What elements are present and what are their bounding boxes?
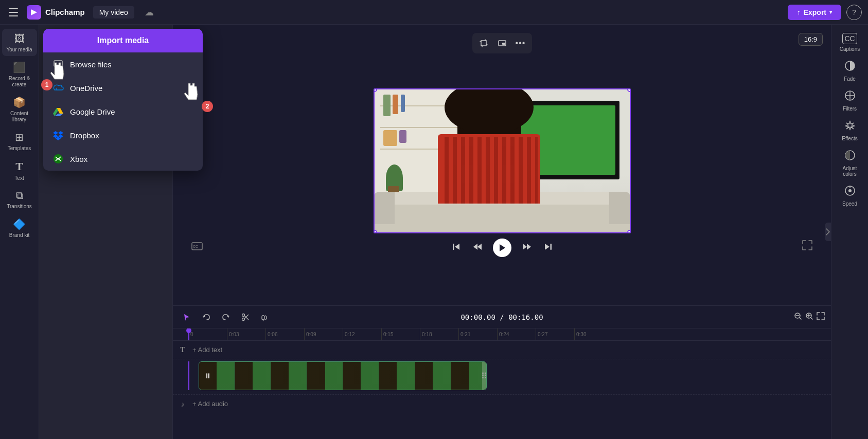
handle-bottom-right[interactable]	[627, 230, 631, 233]
sidebar-item-your-media-label: Your media	[6, 47, 32, 53]
effects-label: Effects	[842, 136, 857, 141]
topbar: Clipchamp My video ☁ ↑ Export ▾ ?	[0, 0, 868, 25]
ruler-mark-3: 0:09	[304, 328, 343, 340]
zoom-out-button[interactable]	[794, 312, 802, 322]
sidebar-item-templates[interactable]: ⊞ Templates	[2, 127, 37, 155]
import-media-button[interactable]: Import media	[43, 29, 203, 52]
sidebar-item-brand-kit[interactable]: 🔷 Brand kit	[2, 214, 37, 242]
collapse-right-button[interactable]	[825, 223, 831, 241]
svg-rect-29	[262, 316, 264, 320]
cut-button[interactable]	[238, 309, 253, 325]
topbar-right: ↑ Export ▾ ?	[788, 5, 862, 20]
ruler-marks: 0 0:03 0:06 0:09 0:12 0:15 0:18 0:21 0:2…	[188, 328, 613, 340]
sidebar-item-templates-label: Templates	[8, 145, 31, 152]
crop-button[interactable]	[475, 35, 492, 51]
fast-forward-button[interactable]	[522, 242, 533, 254]
effects-icon	[844, 120, 856, 134]
your-media-icon: 🖼	[14, 33, 25, 45]
right-sidebar-item-speed[interactable]: Speed	[834, 181, 866, 210]
right-sidebar-item-adjust-colors[interactable]: Adjust colors	[834, 145, 866, 180]
svg-marker-0	[31, 9, 37, 15]
aspect-ratio-button[interactable]: 16:9	[799, 33, 823, 46]
timecode-display: 00:00.00 / 00:16.00	[460, 313, 543, 321]
ruler-mark-9: 0:27	[536, 328, 574, 340]
handle-bottom-left[interactable]	[374, 230, 377, 233]
ruler-mark-7: 0:21	[458, 328, 497, 340]
ruler-mark-6: 0:18	[420, 328, 458, 340]
export-button[interactable]: ↑ Export ▾	[788, 5, 841, 20]
rewind-button[interactable]	[471, 242, 483, 254]
speed-label: Speed	[842, 201, 857, 207]
fullscreen-button[interactable]	[802, 240, 812, 253]
more-options-button[interactable]: •••	[512, 35, 529, 51]
pip-button[interactable]	[494, 35, 510, 51]
ruler-mark-0: 0	[188, 328, 227, 340]
speed-icon	[844, 185, 856, 199]
right-sidebar: CC Captions Fade Filters Effects Adjus	[831, 25, 868, 439]
computer-icon	[52, 59, 64, 70]
video-frames-strip	[199, 362, 486, 390]
svg-marker-6	[58, 131, 63, 135]
onedrive-item[interactable]: OneDrive	[43, 76, 203, 100]
video-frame-3	[271, 362, 307, 390]
fade-icon	[844, 60, 856, 74]
help-button[interactable]: ?	[846, 5, 862, 20]
main-layout: 🖼 Your media ⬛ Record & create 📦 Content…	[0, 25, 868, 439]
video-frame-4	[307, 362, 343, 390]
zoom-in-button[interactable]	[805, 312, 813, 322]
right-sidebar-item-effects[interactable]: Effects	[834, 116, 866, 144]
play-pause-button[interactable]	[493, 239, 511, 257]
add-text-button[interactable]: + Add text	[188, 344, 226, 356]
content-library-icon: 📦	[13, 96, 26, 108]
add-audio-button[interactable]: + Add audio	[188, 398, 232, 410]
right-sidebar-item-filters[interactable]: Filters	[834, 86, 866, 115]
video-frame-6	[379, 362, 415, 390]
right-sidebar-item-fade[interactable]: Fade	[834, 56, 866, 85]
audio-detach-button[interactable]	[257, 309, 273, 325]
fit-to-window-button[interactable]	[817, 312, 825, 322]
undo-button[interactable]	[199, 309, 214, 325]
xbox-label: Xbox	[70, 155, 87, 163]
menu-button[interactable]	[6, 5, 21, 20]
dropbox-item[interactable]: Dropbox	[43, 123, 203, 147]
svg-rect-11	[481, 41, 486, 46]
captions-toggle[interactable]: CC	[191, 241, 203, 253]
skip-to-start-button[interactable]	[452, 242, 461, 254]
xbox-item[interactable]: Xbox	[43, 147, 203, 171]
cursor-badge-2: 2	[202, 101, 213, 112]
cursor-badge-1: 1	[41, 79, 52, 90]
video-frame-7	[415, 362, 451, 390]
import-panel: Import media Browse files OneDrive Googl…	[39, 25, 173, 439]
sidebar-item-text[interactable]: T Text	[2, 156, 37, 185]
ruler-mark-1: 0:03	[227, 328, 265, 340]
svg-marker-18	[473, 244, 477, 250]
right-sidebar-item-captions[interactable]: CC Captions	[834, 29, 866, 55]
captions-label: Captions	[840, 46, 860, 52]
sidebar-item-content-library[interactable]: 📦 Content library	[2, 92, 37, 126]
sidebar-item-your-media[interactable]: 🖼 Your media	[2, 29, 37, 56]
sidebar-item-transitions-label: Transitions	[7, 204, 32, 210]
timeline-playhead[interactable]	[188, 328, 189, 340]
video-track-handle-right[interactable]: ⠿	[482, 362, 486, 390]
video-track-content[interactable]: ⠿ ⏸	[199, 361, 487, 390]
svg-rect-1	[54, 61, 62, 66]
timeline-area: 00:00.00 / 00:16.00	[173, 305, 831, 439]
record-icon: ⬛	[13, 61, 26, 74]
app-logo	[27, 5, 41, 20]
browse-files-label: Browse files	[70, 60, 112, 69]
redo-button[interactable]	[218, 309, 234, 325]
sidebar-item-transitions[interactable]: ⧉ Transitions	[2, 186, 37, 213]
google-drive-item[interactable]: Google Drive	[43, 100, 203, 123]
filters-label: Filters	[843, 106, 857, 112]
skip-to-end-button[interactable]	[543, 242, 553, 254]
select-tool-button[interactable]	[179, 309, 194, 325]
export-icon: ↑	[797, 8, 801, 16]
project-name[interactable]: My video	[93, 6, 134, 19]
dropbox-icon	[52, 130, 64, 141]
video-canvas[interactable]	[374, 88, 631, 233]
ruler-mark-10: 0:30	[574, 328, 613, 340]
sidebar-item-record-create[interactable]: ⬛ Record & create	[2, 57, 37, 91]
browse-files-item[interactable]: Browse files	[43, 52, 203, 76]
sidebar-item-content-library-label: Content library	[4, 111, 35, 123]
svg-point-38	[848, 189, 852, 192]
